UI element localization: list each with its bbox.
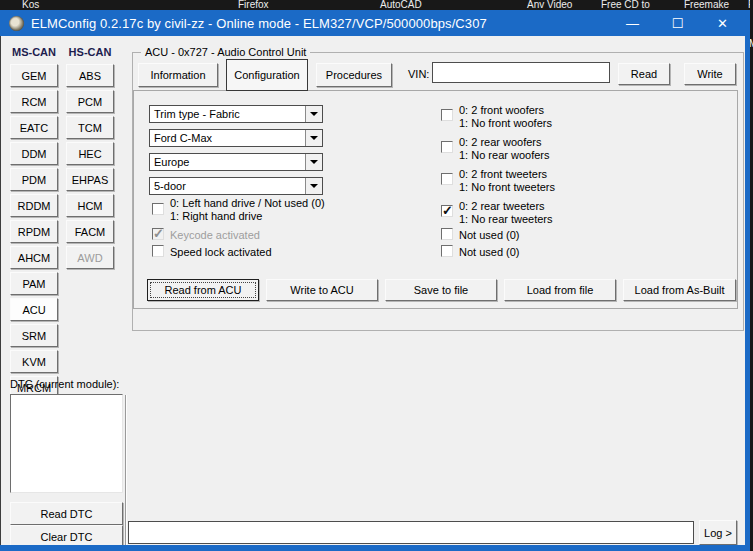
checkbox-rear-tweeters[interactable] [441,205,453,217]
desktop-icon-label[interactable]: Firefox [238,0,269,10]
region-select[interactable]: Europe [149,153,323,171]
log-button[interactable]: Log > [699,520,737,545]
checkbox-keycode-label: Keycode activated [170,229,260,242]
load-from-file-button[interactable]: Load from file [504,279,616,301]
sidebar-item-hcm[interactable]: HCM [66,194,114,217]
body-style-value: 5-door [150,178,305,194]
checkbox-keycode-activated [152,228,164,240]
trim-type-value: Trim type - Fabric [150,106,305,122]
sidebar-item-facm[interactable]: FACM [66,220,114,243]
vehicle-model-select[interactable]: Ford C-Max [149,129,323,147]
write-to-acu-button[interactable]: Write to ACU [266,279,378,301]
vin-read-button[interactable]: Read [618,63,670,85]
acu-groupbox-title: ACU - 0x727 - Audio Control Unit [141,46,310,59]
sidebar-item-abs[interactable]: ABS [66,64,114,87]
window-border-bottom [0,545,750,551]
region-value: Europe [150,154,305,170]
checkbox-front-woofers[interactable] [441,109,453,121]
sidebar-item-acu[interactable]: ACU [10,298,58,321]
titlebar[interactable]: ELMConfig 0.2.17c by civil-zz - Online m… [0,10,750,36]
close-icon[interactable]: ✕ [700,10,745,36]
checkbox-front-tweeters[interactable] [441,173,453,185]
desktop-icon-label[interactable]: Anv Video [527,0,572,10]
vin-input[interactable] [432,62,610,83]
checkbox-not-used-1[interactable] [441,228,453,240]
sidebar-item-kvm[interactable]: KVM [10,350,58,373]
sidebar-item-hec[interactable]: HEC [66,142,114,165]
maximize-icon[interactable]: ☐ [655,10,700,36]
sidebar-item-ahcm[interactable]: AHCM [10,246,58,269]
sidebar-item-srm[interactable]: SRM [10,324,58,347]
sidebar-item-ddm[interactable]: DDM [10,142,58,165]
log-input[interactable] [128,521,694,544]
divider [125,395,127,545]
sidebar-item-awd: AWD [66,246,114,269]
read-from-acu-button[interactable]: Read from ACU [147,279,259,301]
ms-can-header: MS-CAN [10,46,58,58]
checkbox-rear-tweeters-label: 0: 2 rear tweeters 1: No rear tweeters [459,200,553,226]
chevron-down-icon[interactable] [305,130,322,146]
sidebar-item-rpdm[interactable]: RPDM [10,220,58,243]
dtc-listbox[interactable] [10,394,123,493]
checkbox-not-used-1-label: Not used (0) [459,229,520,242]
chevron-down-icon[interactable] [305,154,322,170]
checkbox-hand-drive[interactable] [152,203,164,215]
sidebar-item-rcm[interactable]: RCM [10,90,58,113]
dtc-label: DTC (current module): [10,378,119,390]
checkbox-hand-drive-label: 0: Left hand drive / Not used (0) 1: Rig… [170,197,325,223]
body-style-select[interactable]: 5-door [149,177,323,195]
load-from-as-built-button[interactable]: Load from As-Built [623,279,736,301]
sidebar-item-rddm[interactable]: RDDM [10,194,58,217]
checkbox-speed-lock-label: Speed lock activated [170,246,272,259]
ms-can-column: GEM RCM EATC DDM PDM RDDM RPDM AHCM PAM … [10,64,58,399]
vehicle-model-value: Ford C-Max [150,130,305,146]
desktop-icon-label[interactable]: AutoCAD [380,0,422,10]
desktop-icon-label[interactable]: Free CD to [601,0,650,10]
chevron-down-icon[interactable] [305,178,322,194]
sidebar-item-tcm[interactable]: TCM [66,116,114,139]
checkbox-front-woofers-label: 0: 2 front woofers 1: No front woofers [459,104,552,130]
sidebar-item-eatc[interactable]: EATC [10,116,58,139]
sidebar-item-pam[interactable]: PAM [10,272,58,295]
hs-can-header: HS-CAN [66,46,114,58]
window-title: ELMConfig 0.2.17c by civil-zz - Online m… [31,16,487,31]
desktop-icon-label[interactable]: Freemake [684,0,729,10]
chevron-down-icon[interactable] [305,106,322,122]
checkbox-rear-woofers-label: 0: 2 rear woofers 1: No rear woofers [459,136,549,162]
trim-type-select[interactable]: Trim type - Fabric [149,105,323,123]
checkbox-front-tweeters-label: 0: 2 front tweeters 1: No front tweeters [459,168,555,194]
hs-can-column: ABS PCM TCM HEC EHPAS HCM FACM AWD [66,64,114,269]
checkbox-rear-woofers[interactable] [441,141,453,153]
read-dtc-button[interactable]: Read DTC [10,502,123,525]
save-to-file-button[interactable]: Save to file [385,279,497,301]
sidebar-item-pcm[interactable]: PCM [66,90,114,113]
app-icon [9,16,24,31]
minimize-icon[interactable]: — [610,10,655,36]
tab-procedures[interactable]: Procedures [316,63,392,87]
checkbox-speed-lock[interactable] [152,245,164,257]
desktop-icon-label[interactable]: Kos [22,0,39,10]
vin-label: VIN: [408,68,429,80]
checkbox-not-used-2-label: Not used (0) [459,246,520,259]
tab-configuration[interactable]: Configuration [226,59,308,91]
checkbox-not-used-2[interactable] [441,245,453,257]
screen: Kos Firefox AutoCAD Anv Video Free CD to… [0,0,753,551]
tab-information[interactable]: Information [138,63,218,87]
vin-write-button[interactable]: Write [684,63,736,85]
sidebar-item-ehpas[interactable]: EHPAS [66,168,114,191]
sidebar-item-gem[interactable]: GEM [10,64,58,87]
sidebar-item-pdm[interactable]: PDM [10,168,58,191]
